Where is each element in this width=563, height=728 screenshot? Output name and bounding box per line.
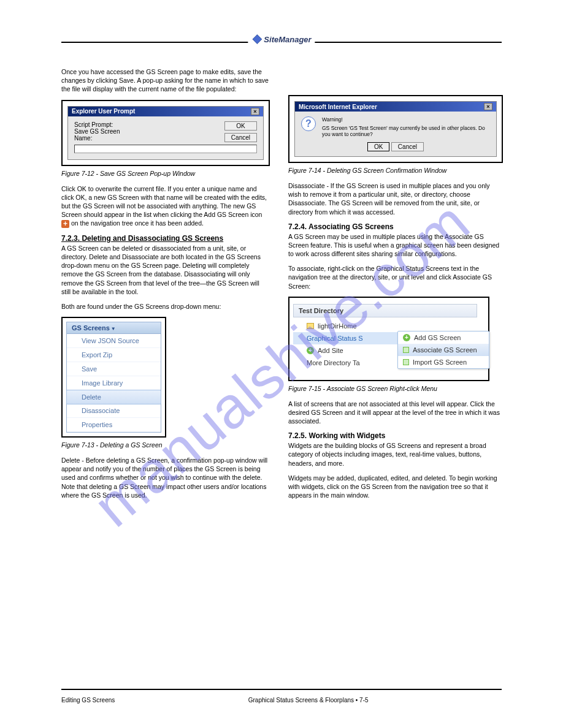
figure-7-12-caption: Figure 7-12 - Save GS Screen Pop-up Wind… [61,170,270,177]
tree-item-lightdirhome[interactable]: lightDirHome [293,320,477,332]
tree-header: Test Directory [293,304,477,317]
bottom-rule [61,689,502,690]
add-gs-icon: + [61,220,69,228]
dialog-title: Microsoft Internet Explorer [299,104,377,110]
menu-item-save[interactable]: Save [67,362,161,376]
gs-menu-header[interactable]: GS Screens▼ [67,322,161,334]
svg-marker-0 [253,35,262,44]
figure-7-13-caption: Figure 7-13 - Deleting a GS Screen [61,441,270,449]
footer-center: Graphical Status Screens & Floorplans • … [115,697,502,703]
ie-warning-dialog: Microsoft Internet Explorer × ? Warning!… [294,101,497,157]
chevron-down-icon: ▼ [111,326,116,332]
figure-7-14-frame: Microsoft Internet Explorer × ? Warning!… [288,95,503,163]
brand-text: SiteManager [264,35,311,44]
submenu-add-gs[interactable]: + Add GS Screen [398,332,489,344]
script-prompt-label: Script Prompt: [74,121,218,128]
save-label-line1: Save GS Screen [74,128,218,135]
name-input[interactable] [74,145,257,153]
page-footer: Editing GS Screens Graphical Status Scre… [61,697,502,703]
submenu-associate-gs[interactable]: Associate GS Screen [398,344,489,356]
menu-item-view-json[interactable]: View JSON Source [67,334,161,348]
cancel-button[interactable]: Cancel [224,133,257,142]
close-icon[interactable]: × [251,108,259,115]
section-7-2-3-heading: 7.2.3. Deleting and Disassociating GS Sc… [61,234,270,243]
dialog-title: Explorer User Prompt [72,108,135,115]
import-icon [403,359,409,365]
context-submenu: + Add GS Screen Associate GS Screen Impo… [397,331,489,369]
gs-screens-menu: GS Screens▼ View JSON Source Export Zip … [66,322,161,433]
plus-circle-icon: + [307,347,314,354]
figure-7-15-frame: Test Directory lightDirHome Graphical St… [288,297,489,381]
figure-7-13-frame: GS Screens▼ View JSON Source Export Zip … [61,317,166,438]
left-para4: Both are found under the GS Screens drop… [61,302,270,311]
ok-button[interactable]: OK [367,142,389,151]
section-7-2-5-heading: 7.2.5. Working with Widgets [288,431,503,440]
left-para3: A GS Screen can be deleted or disassocia… [61,244,270,296]
footer-left: Editing GS Screens [61,697,115,703]
left-column: Once you have accessed the GS Screen pag… [61,67,270,679]
left-para5: Delete - Before deleting a GS Screen, a … [61,456,270,499]
warning-label: Warning! [322,116,490,123]
right-para3: To associate, right-click on the Graphic… [288,264,503,290]
right-para6: Widgets may be added, duplicated, edited… [288,474,503,500]
menu-item-delete[interactable]: Delete [66,390,161,404]
close-icon[interactable]: × [484,103,492,110]
question-icon: ? [301,116,316,131]
folder-icon [307,323,314,329]
left-para1: Once you have accessed the GS Screen pag… [61,67,270,94]
section-7-2-4-heading: 7.2.4. Associating GS Screens [288,222,503,231]
ok-button[interactable]: OK [224,121,257,131]
test-directory-panel: Test Directory lightDirHome Graphical St… [293,304,477,369]
brand-icon [251,34,262,45]
right-para2: A GS Screen may be used in multiple plac… [288,232,503,259]
figure-7-14-caption: Figure 7-14 - Deleting GS Screen Confirm… [288,167,503,174]
submenu-import-gs[interactable]: Import GS Screen [398,356,489,368]
explorer-prompt-dialog: Explorer User Prompt × Script Prompt: Sa… [67,106,264,160]
warning-message: GS Screen 'GS Test Screen' may currently… [322,125,490,137]
brand-logo: SiteManager [248,34,315,45]
right-para5: Widgets are the building blocks of GS Sc… [288,441,503,468]
menu-item-export-zip[interactable]: Export Zip [67,348,161,362]
right-para4: A list of screens that are not associate… [288,400,503,426]
right-para1: Disassociate - If the GS Screen is used … [288,181,503,216]
right-column: Microsoft Internet Explorer × ? Warning!… [288,67,503,679]
figure-7-12-frame: Explorer User Prompt × Script Prompt: Sa… [61,100,270,166]
plus-circle-icon: + [403,334,410,341]
associate-icon [403,347,409,353]
figure-7-15-caption: Figure 7-15 - Associate GS Screen Right-… [288,385,503,392]
menu-item-properties[interactable]: Properties [67,418,161,432]
menu-item-disassociate[interactable]: Disassociate [67,404,161,418]
left-para2: Click OK to overwrite the current file. … [61,184,270,228]
save-label-line2: Name: [74,135,218,142]
menu-item-image-library[interactable]: Image Library [67,376,161,390]
cancel-button[interactable]: Cancel [391,142,424,151]
